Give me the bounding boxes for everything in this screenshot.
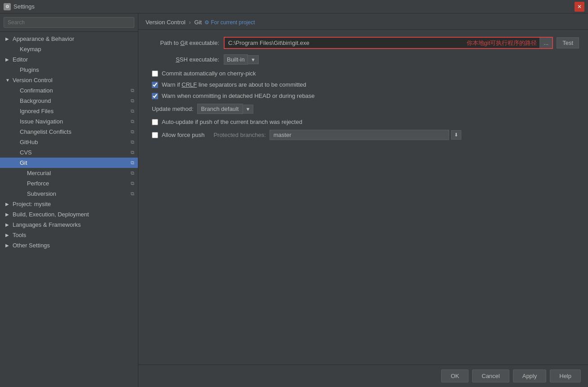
title-bar-left: ⚙ Settings [4, 3, 35, 10]
ok-button[interactable]: OK [441, 369, 469, 383]
sidebar-item-perforce[interactable]: Perforce⧉ [0, 178, 138, 189]
protected-branches-input[interactable] [270, 130, 449, 140]
sidebar-item-tools[interactable]: ▶Tools [0, 230, 138, 240]
spacer-cvs [13, 150, 18, 155]
force-push-label: Allow force push [162, 132, 204, 138]
spacer-background [13, 98, 18, 103]
sidebar-label-project-mysite: Project: mysite [13, 201, 51, 207]
breadcrumb-separator: › [189, 19, 191, 26]
apply-button[interactable]: Apply [513, 369, 547, 383]
path-input[interactable] [225, 38, 464, 48]
sidebar-item-ignored-files[interactable]: Ignored Files⧉ [0, 106, 138, 116]
settings-icon: ⚙ [4, 3, 11, 10]
main-content: ▶Appearance & Behavior Keymap▶Editor Plu… [0, 13, 588, 387]
copy-icon-confirmation: ⧉ [131, 88, 134, 93]
sidebar-label-background: Background [20, 97, 51, 104]
sidebar-label-appearance: Appearance & Behavior [13, 35, 74, 42]
search-box [0, 13, 138, 32]
sidebar-label-plugins: Plugins [20, 66, 39, 73]
sidebar-label-confirmation: Confirmation [20, 87, 53, 94]
sidebar-label-issue-navigation: Issue Navigation [20, 118, 63, 125]
sidebar-item-background[interactable]: Background⧉ [0, 96, 138, 106]
path-hint: 你本地git可执行程序的路径 [464, 39, 540, 47]
sidebar-item-confirmation[interactable]: Confirmation⧉ [0, 85, 138, 96]
sidebar-item-languages-frameworks[interactable]: ▶Languages & Frameworks [0, 220, 138, 230]
spacer-github [13, 140, 18, 145]
checkbox-warn-detached-row: Warn when committing in detached HEAD or… [147, 92, 579, 99]
sidebar-item-keymap[interactable]: Keymap [0, 44, 138, 54]
spacer-subversion [20, 191, 25, 196]
sidebar-item-cvs[interactable]: CVS⧉ [0, 147, 138, 158]
sidebar-item-changelist-conflicts[interactable]: Changelist Conflicts⧉ [0, 127, 138, 137]
ssh-row: SSH executable: Built-in ▼ [147, 54, 579, 65]
path-row: Path to Git executable: 你本地git可执行程序的路径 .… [147, 37, 579, 49]
spacer-changelist-conflicts [13, 129, 18, 134]
sidebar-label-other-settings: Other Settings [13, 242, 50, 249]
spacer-confirmation [13, 88, 18, 93]
detail-panel: Version Control › Git ⚙ For current proj… [138, 13, 588, 387]
protected-branches-button[interactable]: ⬇ [451, 130, 461, 140]
protected-branches-label: Protected branches: [213, 132, 265, 138]
sidebar-label-github: GitHub [20, 139, 38, 145]
checkbox-auto-commit-row: Commit automatically on cherry-pick [147, 70, 579, 77]
expand-icon-appearance: ▶ [5, 36, 11, 41]
ssh-dropdown-button[interactable]: ▼ [248, 55, 259, 64]
warn-detached-checkbox[interactable] [152, 93, 158, 99]
sidebar-item-other-settings[interactable]: ▶Other Settings [0, 240, 138, 251]
help-button[interactable]: Help [550, 369, 581, 383]
sidebar-label-perforce: Perforce [27, 180, 49, 187]
expand-icon-other-settings: ▶ [5, 243, 11, 248]
copy-icon-cvs: ⧉ [131, 150, 134, 155]
sidebar-item-appearance[interactable]: ▶Appearance & Behavior [0, 34, 138, 44]
sidebar-item-build-exec-dep[interactable]: ▶Build, Execution, Deployment [0, 209, 138, 220]
sidebar-label-version-control: Version Control [13, 77, 53, 84]
copy-icon-ignored-files: ⧉ [131, 108, 134, 114]
path-input-container: 你本地git可执行程序的路径 ... [224, 37, 553, 49]
path-browse-button[interactable]: ... [539, 38, 552, 48]
force-push-row: Allow force push Protected branches: ⬇ [147, 130, 579, 140]
auto-commit-label: Commit automatically on cherry-pick [162, 70, 256, 77]
project-link[interactable]: ⚙ For current project [204, 19, 255, 26]
sidebar-item-project-mysite[interactable]: ▶Project: mysite [0, 199, 138, 209]
expand-icon-version-control: ▼ [5, 78, 11, 83]
force-push-checkbox[interactable] [152, 132, 158, 138]
sidebar-item-plugins[interactable]: Plugins [0, 65, 138, 75]
search-input[interactable] [4, 17, 134, 28]
sidebar-label-tools: Tools [13, 232, 26, 238]
sidebar-item-github[interactable]: GitHub⧉ [0, 137, 138, 147]
copy-icon-background: ⧉ [131, 98, 134, 104]
path-label-g: G [180, 40, 185, 46]
update-select-container: Branch default ▼ [197, 104, 254, 114]
sidebar-label-subversion: Subversion [27, 190, 56, 197]
path-label: Path to Git executable: [147, 40, 219, 46]
ssh-label: SSH executable: [147, 56, 219, 63]
sidebar-item-git[interactable]: Git⧉ [0, 158, 138, 168]
auto-commit-checkbox[interactable] [152, 70, 158, 77]
sidebar-item-mercurial[interactable]: Mercurial⧉ [0, 168, 138, 178]
expand-icon-build-exec-dep: ▶ [5, 212, 11, 217]
auto-update-checkbox[interactable] [152, 119, 158, 125]
update-dropdown-button[interactable]: ▼ [243, 105, 254, 114]
sidebar-item-editor[interactable]: ▶Editor [0, 54, 138, 65]
cancel-button[interactable]: Cancel [472, 369, 509, 383]
warn-crlf-checkbox[interactable] [152, 82, 158, 88]
close-button[interactable]: ✕ [575, 2, 584, 12]
sidebar-item-issue-navigation[interactable]: Issue Navigation⧉ [0, 116, 138, 127]
copy-icon-git: ⧉ [131, 160, 134, 166]
footer: OK Cancel Apply Help [138, 365, 588, 387]
spacer-issue-navigation [13, 119, 18, 124]
copy-icon-mercurial: ⧉ [131, 170, 134, 176]
sidebar-item-subversion[interactable]: Subversion⧉ [0, 189, 138, 199]
warn-crlf-label: Warn if CRLF line separators are about t… [162, 81, 306, 88]
spacer-keymap [13, 47, 18, 52]
sidebar: ▶Appearance & Behavior Keymap▶Editor Plu… [0, 13, 138, 387]
sidebar-label-keymap: Keymap [20, 46, 41, 53]
ssh-select[interactable]: Built-in [224, 54, 248, 65]
test-button[interactable]: Test [557, 37, 579, 48]
sidebar-label-languages-frameworks: Languages & Frameworks [13, 221, 81, 228]
spacer-plugins [13, 67, 18, 72]
checkbox-warn-crlf-row: Warn if CRLF line separators are about t… [147, 81, 579, 88]
update-method-select[interactable]: Branch default [197, 104, 243, 114]
title-bar: ⚙ Settings ✕ [0, 0, 588, 13]
sidebar-item-version-control[interactable]: ▼Version Control [0, 75, 138, 85]
